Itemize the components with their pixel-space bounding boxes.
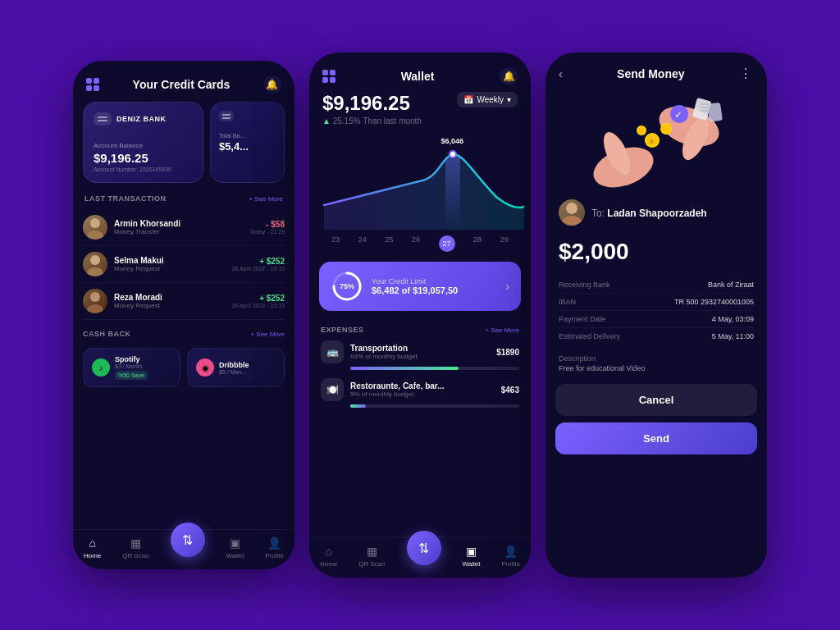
phone3-title: Send Money <box>617 67 684 80</box>
expense-bar-bg <box>350 367 519 370</box>
notification-icon[interactable]: 🔔 <box>263 75 281 94</box>
credit-pct: 75% <box>340 282 354 290</box>
transaction-type: Money Request <box>114 302 225 309</box>
balance-value: $9,196.25 <box>94 151 193 165</box>
nav-wallet-label: Wallet <box>462 560 480 568</box>
detail-label: Payment Date <box>559 315 605 323</box>
nav-profile[interactable]: 👤 Profile <box>501 545 520 568</box>
svg-point-1 <box>87 231 103 240</box>
transaction-info: Reza Moradi Money Request <box>114 293 225 309</box>
expense-transportation[interactable]: 🚌 Transportation 64% of monthly budget $… <box>321 340 519 370</box>
transaction-date: 28 April 2022 - 13:19 <box>231 266 285 272</box>
transactions-see-more[interactable]: + See More <box>249 195 283 203</box>
phone2-title: Wallet <box>401 70 435 83</box>
change-pct: 25.15% <box>333 116 361 126</box>
cashback-spotify[interactable]: ♪ Spotify $3 / Month %50 Save <box>83 348 180 387</box>
grid-icon[interactable] <box>86 78 99 91</box>
expense-bar <box>350 367 459 370</box>
cashback-name: Dribbble <box>219 361 249 369</box>
chart-day: 29 <box>500 235 509 252</box>
send-button[interactable]: Send <box>555 422 757 454</box>
nav-profile-label: Profile <box>265 552 284 559</box>
cashback-dribbble[interactable]: ◉ Dribbble $5 / Mon... <box>187 348 285 387</box>
recipient-label: To: <box>591 208 607 219</box>
transfer-fab[interactable]: ⇅ <box>407 531 441 565</box>
expense-sub: 9% of monthly budget <box>350 390 495 398</box>
transaction-amount: + $252 28 April 2022 - 13:19 <box>231 294 285 308</box>
svg-point-7 <box>450 151 456 158</box>
detail-value: TR 500 2932740001005 <box>674 298 754 306</box>
nav-profile-label: Profile <box>501 560 520 568</box>
phone-wallet: Wallet 🔔 $9,196.25 ▲ 25.15% Than last mo… <box>309 52 531 578</box>
detail-value: Bank of Ziraat <box>708 281 754 289</box>
transactions-title: LAST TRANSACTION <box>84 194 167 203</box>
cashback-see-more[interactable]: + See More <box>250 331 285 338</box>
svg-text:$: $ <box>650 138 654 145</box>
expense-bar-bg <box>350 404 519 408</box>
notification-icon[interactable]: 🔔 <box>500 67 518 85</box>
nav-wallet-label: Wallet <box>226 552 244 559</box>
chart-day: 24 <box>358 235 367 252</box>
wallet-amount: $9,196.25 <box>322 92 422 115</box>
transfer-fab[interactable]: ⇅ <box>171 523 205 557</box>
nav-home-label: Home <box>320 560 337 568</box>
nav-profile[interactable]: 👤 Profile <box>265 536 284 559</box>
expense-restaurant[interactable]: 🍽️ Restoraunte, Cafe, bar... 9% of month… <box>321 378 519 408</box>
send-amount-value: $2,000 <box>559 239 754 265</box>
cashback-header: CASH BACK + See More <box>83 330 285 343</box>
nav-home[interactable]: ⌂ Home <box>84 536 101 559</box>
nav-home[interactable]: ⌂ Home <box>320 545 337 568</box>
transaction-name: Armin Khorsandi <box>114 219 244 228</box>
grid-icon[interactable] <box>322 70 336 83</box>
transaction-item[interactable]: Reza Moradi Money Request + $252 28 Apri… <box>83 283 285 320</box>
transaction-amount: - $58 Today - 21:29 <box>250 220 285 235</box>
nav-qr[interactable]: ▦ QR Scan <box>122 536 148 559</box>
more-options-button[interactable]: ⋮ <box>739 66 754 81</box>
home-icon: ⌂ <box>89 536 95 550</box>
expense-row: 🚌 Transportation 64% of monthly budget $… <box>321 340 519 363</box>
chart-peak-label: $6,046 <box>441 137 463 145</box>
transaction-item[interactable]: Armin Khorsandi Money Transfer - $58 Tod… <box>83 209 285 246</box>
secondary-credit-card[interactable]: Total Ba... $5,4... <box>210 102 285 183</box>
profile-icon: 👤 <box>267 536 281 550</box>
cashback-title: CASH BACK <box>83 330 131 338</box>
cashback-sub: $5 / Mon... <box>219 369 249 375</box>
period-label: Weekly <box>477 95 504 104</box>
transaction-item[interactable]: Selma Makui Money Request + $252 28 Apri… <box>83 246 285 283</box>
credit-circle: 75% <box>331 270 363 303</box>
profile-icon: 👤 <box>504 545 518 558</box>
svg-text:✓: ✓ <box>674 109 682 121</box>
nav-qr-label: QR Scan <box>358 560 385 568</box>
change-label: Than last month <box>363 116 422 126</box>
credit-cards-row: DENIZ BANK Account Balance $9,196.25 Acc… <box>73 102 294 183</box>
bottom-nav: ⌂ Home ▦ QR Scan ⇅ ▣ Wallet 👤 Profile <box>309 537 531 578</box>
small-card-balance: $5,4... <box>219 140 276 153</box>
phone-send-money: ‹ Send Money ⋮ $ <box>546 52 767 578</box>
chart-labels: 23 24 25 26 27 28 29 <box>309 234 531 258</box>
phone1-header: Your Credit Cards 🔔 <box>73 61 294 102</box>
credit-limit-card[interactable]: 75% Your Credit Limit $6,482 of $19,057,… <box>319 262 521 311</box>
main-credit-card[interactable]: DENIZ BANK Account Balance $9,196.25 Acc… <box>83 102 203 183</box>
expenses-header: Expenses + See More <box>321 321 519 340</box>
cashback-section: CASH BACK + See More ♪ Spotify $3 / Mont… <box>73 320 294 387</box>
qr-icon: ▦ <box>367 545 377 558</box>
expenses-see-more[interactable]: + See More <box>485 326 519 334</box>
send-money-illustration: $ ✓ <box>546 89 767 196</box>
svg-point-2 <box>90 255 100 265</box>
detail-iban: IBAN TR 500 2932740001005 <box>559 294 754 311</box>
phone-credit-cards: Your Credit Cards 🔔 DENIZ BANK Account B… <box>73 61 294 569</box>
balance-change: ▲ 25.15% Than last month <box>322 116 422 126</box>
svg-point-18 <box>662 125 671 134</box>
nav-qr[interactable]: ▦ QR Scan <box>358 545 385 568</box>
send-amount: $2,000 <box>546 235 767 276</box>
cashback-items: ♪ Spotify $3 / Month %50 Save ◉ Dribbble… <box>83 348 285 387</box>
back-button[interactable]: ‹ <box>559 67 563 80</box>
svg-point-0 <box>90 218 100 228</box>
chart-day: 28 <box>473 235 482 252</box>
cancel-button[interactable]: Cancel <box>555 384 757 416</box>
nav-wallet[interactable]: ▣ Wallet <box>226 536 244 559</box>
balance-label: Account Balance <box>94 142 193 149</box>
period-selector[interactable]: 📅 Weekly ▾ <box>457 92 518 107</box>
nav-wallet[interactable]: ▣ Wallet <box>462 545 480 568</box>
bank-logo: DENIZ BANK <box>94 112 193 126</box>
